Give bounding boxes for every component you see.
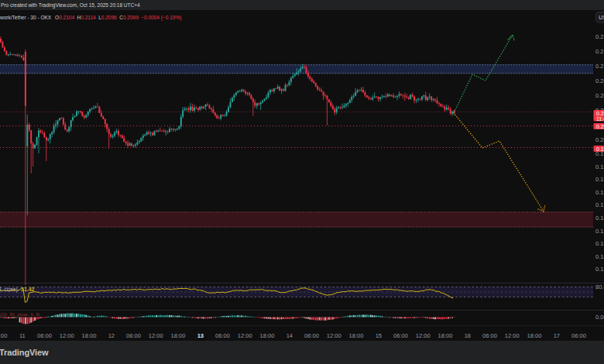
svg-text:18:00: 18:00 (438, 332, 453, 339)
svg-text:0.2105: 0.2105 (595, 63, 604, 70)
svg-text:0.2099: 0.2099 (596, 111, 604, 116)
svg-text:12:00: 12:00 (327, 332, 341, 339)
svg-text:80.00: 80.00 (595, 283, 604, 290)
svg-text:06:00: 06:00 (304, 332, 319, 339)
svg-text:0.1885: 0.1885 (595, 215, 604, 221)
svg-text:12:00: 12:00 (60, 332, 74, 339)
svg-text:(10, 30, close, 9, 3): (10, 30, close, 9, 3) (0, 312, 39, 317)
svg-text:0.2065: 0.2065 (595, 92, 604, 99)
svg-text:0.1945: 0.1945 (595, 176, 604, 183)
svg-text:17: 17 (554, 332, 560, 339)
svg-text:31.42: 31.42 (21, 287, 35, 292)
svg-text:13: 13 (197, 332, 204, 339)
svg-text:18:00: 18:00 (0, 332, 7, 339)
svg-text:work/Tether - 30 - OKXO0.2104H: work/Tether - 30 - OKXO0.2104H0.2114L0.2… (0, 15, 181, 21)
svg-text:12:00: 12:00 (416, 332, 431, 339)
svg-text:11: 11 (19, 332, 26, 339)
svg-text:0.00: 0.00 (595, 314, 604, 321)
svg-text:14: 14 (287, 332, 293, 339)
svg-text:0.2046: 0.2046 (596, 124, 604, 129)
svg-text:0.1905: 0.1905 (595, 201, 604, 208)
svg-text:15: 15 (376, 332, 382, 339)
svg-text:Pro created with TradingView.c: Pro created with TradingView.com, Oct 15… (1, 2, 140, 9)
svg-text:18:00: 18:00 (82, 332, 97, 339)
svg-text:06:00: 06:00 (571, 332, 586, 339)
svg-text:0.1845: 0.1845 (595, 240, 604, 247)
svg-text:18:00: 18:00 (349, 332, 364, 339)
svg-text:0.2125: 0.2125 (595, 48, 604, 55)
svg-text:12:00: 12:00 (238, 332, 252, 339)
svg-text:0.2085: 0.2085 (595, 77, 604, 84)
svg-text:12:00: 12:00 (505, 332, 520, 339)
svg-text:06:00: 06:00 (126, 332, 141, 339)
svg-text:06:00: 06:00 (482, 332, 497, 339)
svg-text:0.1865: 0.1865 (595, 228, 604, 235)
svg-text:0.1825: 0.1825 (595, 253, 604, 260)
svg-text:0.1965: 0.1965 (595, 163, 604, 170)
svg-text:USD: USD (599, 14, 604, 21)
svg-text:12:00: 12:00 (149, 332, 163, 339)
svg-text:0.2145: 0.2145 (595, 33, 604, 40)
svg-text:0.2005: 0.2005 (595, 136, 604, 143)
svg-text:TradingView: TradingView (0, 348, 49, 357)
svg-text:18:00: 18:00 (171, 332, 186, 339)
svg-text:16: 16 (465, 332, 471, 339)
svg-text:4, close): 4, close) (0, 287, 18, 293)
svg-text:06:00: 06:00 (393, 332, 408, 339)
svg-text:0.1805: 0.1805 (595, 266, 604, 273)
svg-text:18:00: 18:00 (260, 332, 275, 339)
svg-text:11:42: 11:42 (596, 116, 604, 122)
svg-text:18:00: 18:00 (527, 332, 542, 339)
svg-text:06:00: 06:00 (215, 332, 230, 339)
svg-text:12: 12 (108, 332, 115, 339)
svg-text:0.1969: 0.1969 (596, 146, 604, 152)
svg-text:0.1925: 0.1925 (595, 189, 604, 196)
svg-text:06:00: 06:00 (37, 332, 52, 339)
